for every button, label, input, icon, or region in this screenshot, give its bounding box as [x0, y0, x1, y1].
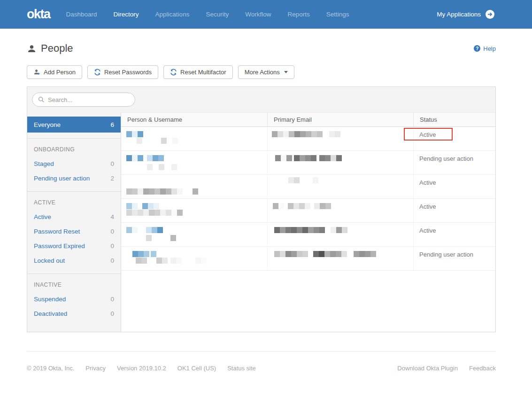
redacted-text — [137, 138, 142, 144]
reset-multifactor-button[interactable]: Reset Multifactor — [163, 65, 233, 79]
person-username-cell — [121, 175, 268, 198]
status-cell: Active — [414, 175, 495, 198]
search-input[interactable] — [48, 96, 131, 103]
sidebar-item-label: Password Reset — [34, 228, 80, 235]
primary-email-cell — [268, 127, 414, 150]
footer-link-privacy[interactable]: Privacy — [85, 365, 106, 372]
footer-text--2019-okta-inc-: © 2019 Okta, Inc. — [27, 365, 74, 372]
status-cell: Active — [414, 199, 495, 222]
status-value: Active — [419, 131, 436, 138]
redacted-text — [161, 138, 167, 144]
redacted-text — [314, 203, 331, 209]
nav-item-workflow[interactable]: Workflow — [245, 11, 271, 18]
table-row[interactable]: Pending user action — [121, 247, 495, 271]
okta-logo[interactable]: okta — [27, 7, 50, 22]
status-value: Pending user action — [419, 155, 473, 162]
nav-item-security[interactable]: Security — [206, 11, 229, 18]
people-panel: Everyone 6 ONBOARDINGStaged0Pending user… — [27, 86, 496, 332]
redacted-text — [288, 203, 310, 209]
table-row[interactable]: Active — [121, 127, 495, 151]
column-header-status: Status — [414, 113, 495, 126]
footer-link-status-site[interactable]: Status site — [227, 365, 256, 372]
redacted-text — [172, 138, 178, 144]
redacted-text — [147, 155, 164, 161]
primary-email-cell — [268, 199, 414, 222]
redacted-text — [126, 203, 138, 209]
redacted-text — [331, 227, 347, 233]
sidebar-group-onboarding: ONBOARDINGStaged0Pending user action2 — [27, 138, 121, 186]
search-box[interactable] — [32, 93, 135, 107]
status-cell: Active — [414, 127, 495, 150]
nav-item-applications[interactable]: Applications — [155, 11, 190, 18]
redacted-text — [171, 164, 177, 170]
person-username-cell — [121, 127, 268, 150]
redacted-text — [273, 203, 284, 209]
more-actions-button[interactable]: More Actions — [238, 65, 294, 79]
sidebar-group-header: ONBOARDING — [27, 143, 121, 156]
people-table: Person & Username Primary Email Status A… — [121, 112, 495, 332]
arrow-right-circle-icon[interactable] — [486, 10, 494, 19]
my-applications-label: My Applications — [437, 11, 481, 18]
sidebar-item-count: 0 — [110, 257, 114, 264]
redacted-text — [170, 235, 176, 241]
nav-item-dashboard[interactable]: Dashboard — [66, 11, 97, 18]
nav-item-reports[interactable]: Reports — [287, 11, 309, 18]
sidebar-group-inactive: INACTIVESuspended0Deactivated0 — [27, 274, 121, 321]
my-applications-link[interactable]: My Applications — [437, 10, 494, 19]
sidebar-item-password-reset[interactable]: Password Reset0 — [27, 224, 121, 239]
column-header-primary-email: Primary Email — [268, 113, 414, 126]
redacted-text — [126, 155, 143, 161]
sidebar-item-label: Locked out — [34, 257, 65, 264]
sidebar-item-everyone[interactable]: Everyone 6 — [27, 117, 121, 133]
sidebar-item-locked-out[interactable]: Locked out0 — [27, 253, 121, 268]
footer-link-feedback[interactable]: Feedback — [469, 365, 496, 372]
footer: © 2019 Okta, Inc.PrivacyVersion 2019.10.… — [27, 351, 496, 372]
redacted-text — [147, 164, 153, 170]
sidebar-item-staged[interactable]: Staged0 — [27, 156, 121, 171]
footer-link-download-okta-plugin[interactable]: Download Okta Plugin — [397, 365, 458, 372]
filter-sidebar: Everyone 6 ONBOARDINGStaged0Pending user… — [27, 112, 121, 332]
person-username-cell — [121, 199, 268, 222]
sidebar-item-label: Pending user action — [34, 175, 90, 182]
caret-down-icon — [284, 71, 288, 73]
sidebar-item-count: 2 — [110, 175, 114, 182]
sidebar-item-count: 0 — [110, 243, 114, 250]
status-value: Active — [419, 179, 436, 186]
table-row[interactable]: Active — [121, 199, 495, 223]
button-label: Reset Multifactor — [180, 69, 226, 76]
redacted-text — [146, 227, 163, 233]
footer-text-ok1-cell-us-: OK1 Cell (US) — [177, 365, 216, 372]
add-person-button[interactable]: Add Person — [27, 65, 82, 79]
redacted-text — [156, 258, 168, 264]
sidebar-item-pending-user-action[interactable]: Pending user action2 — [27, 171, 121, 186]
redacted-text — [193, 188, 198, 195]
person-username-cell — [121, 247, 268, 270]
primary-email-cell — [268, 223, 414, 246]
sidebar-item-count: 0 — [110, 228, 114, 235]
redacted-text — [170, 258, 182, 264]
table-row[interactable]: Pending user action — [121, 151, 495, 175]
status-cell: Active — [414, 223, 495, 246]
sidebar-item-deactivated[interactable]: Deactivated0 — [27, 306, 121, 321]
top-nav: okta DashboardDirectoryApplicationsSecur… — [0, 0, 532, 29]
reset-passwords-button[interactable]: Reset Passwords — [87, 65, 158, 79]
status-value: Active — [419, 227, 436, 234]
redacted-text — [126, 210, 183, 216]
sidebar-item-label: Suspended — [34, 296, 66, 303]
table-row[interactable]: Active — [121, 223, 495, 247]
sidebar-item-suspended[interactable]: Suspended0 — [27, 292, 121, 306]
table-row[interactable]: Active — [121, 175, 495, 199]
status-cell: Pending user action — [414, 247, 495, 270]
help-link[interactable]: ? Help — [474, 45, 496, 52]
button-label: Add Person — [44, 69, 76, 76]
sidebar-group-header: ACTIVE — [27, 196, 121, 210]
sidebar-item-password-expired[interactable]: Password Expired0 — [27, 239, 121, 253]
status-value: Pending user action — [419, 251, 473, 258]
search-icon — [38, 96, 45, 103]
redacted-text — [146, 235, 152, 241]
nav-item-directory[interactable]: Directory — [114, 11, 139, 18]
sidebar-item-active[interactable]: Active4 — [27, 210, 121, 224]
redacted-text — [274, 227, 325, 233]
nav-item-settings[interactable]: Settings — [326, 11, 349, 18]
primary-email-cell — [268, 151, 414, 174]
